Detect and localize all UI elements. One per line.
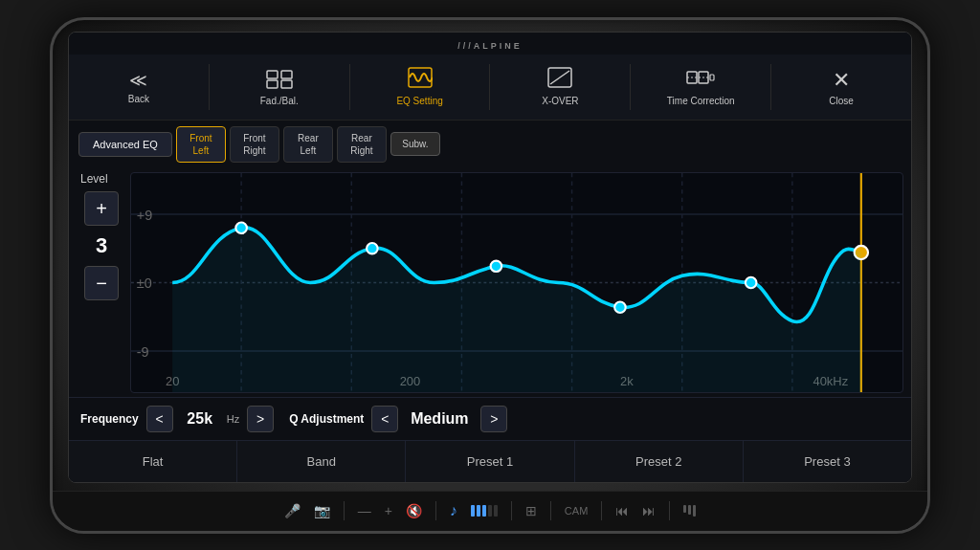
nav-x-over-label: X-OVER bbox=[542, 96, 578, 106]
eq-setting-icon bbox=[408, 67, 433, 93]
frequency-label: Frequency bbox=[80, 412, 139, 426]
nav-fad-bal[interactable]: Fad./Bal. bbox=[210, 58, 349, 116]
mic-icon[interactable]: 🎤 bbox=[284, 503, 301, 518]
fad-bal-icon bbox=[266, 68, 293, 93]
signal-bars bbox=[683, 505, 696, 517]
back-icon: ≪ bbox=[129, 70, 147, 91]
svg-text:+9: +9 bbox=[137, 207, 152, 222]
bottom-divider-5 bbox=[601, 501, 602, 520]
level-label: Level bbox=[80, 172, 108, 186]
cam2-icon[interactable]: CAM bbox=[565, 505, 588, 517]
svg-line-6 bbox=[550, 71, 569, 84]
speaker-tabs: Advanced EQ FrontLeft FrontRight RearLef… bbox=[69, 121, 911, 168]
grid-icon[interactable]: ⊞ bbox=[525, 503, 537, 518]
screen: ///ALPINE ≪ Back Fad./Bal. bbox=[68, 32, 912, 483]
bottom-divider-1 bbox=[344, 501, 345, 520]
bottom-divider-6 bbox=[669, 501, 670, 520]
eq-area: Level + 3 − bbox=[69, 168, 911, 397]
vol-up-icon[interactable]: + bbox=[385, 503, 392, 518]
frequency-value: 25k bbox=[181, 410, 219, 428]
x-over-icon bbox=[547, 67, 572, 93]
eq-chart-container[interactable]: +9 ±0 -9 20 200 2k 40kHz bbox=[130, 172, 903, 393]
svg-text:-9: -9 bbox=[137, 343, 149, 359]
top-nav: ≪ Back Fad./Bal. bbox=[69, 55, 911, 121]
svg-rect-3 bbox=[281, 80, 292, 88]
nav-close[interactable]: ✕ Close bbox=[771, 58, 911, 116]
preset-1[interactable]: Preset 1 bbox=[406, 441, 574, 482]
frequency-right-button[interactable]: > bbox=[247, 406, 274, 432]
nav-x-over[interactable]: X-OVER bbox=[490, 58, 630, 116]
level-value: 3 bbox=[96, 233, 107, 258]
q-left-button[interactable]: < bbox=[371, 406, 398, 432]
level-minus-button[interactable]: − bbox=[84, 266, 119, 300]
q-right-button[interactable]: > bbox=[480, 406, 507, 432]
cam-icon[interactable]: 📷 bbox=[314, 503, 330, 518]
svg-rect-9 bbox=[710, 75, 714, 80]
advanced-eq-button[interactable]: Advanced EQ bbox=[78, 132, 172, 157]
mute-icon[interactable]: 🔇 bbox=[406, 503, 422, 518]
brand-label: ///ALPINE bbox=[457, 41, 523, 51]
sig-bar-2 bbox=[688, 505, 691, 515]
preset-flat[interactable]: Flat bbox=[69, 441, 237, 482]
nav-time-correction[interactable]: Time Correction bbox=[631, 58, 770, 116]
frequency-left-button[interactable]: < bbox=[146, 406, 173, 432]
preset-bar: Flat Band Preset 1 Preset 2 Preset 3 bbox=[69, 440, 911, 482]
music-icon[interactable]: ♪ bbox=[450, 502, 457, 519]
level-plus-button[interactable]: + bbox=[84, 191, 119, 226]
nav-close-label: Close bbox=[829, 96, 854, 106]
nav-fad-bal-label: Fad./Bal. bbox=[260, 96, 299, 106]
q-adjustment-label: Q Adjustment bbox=[289, 412, 364, 426]
vol-seg-3 bbox=[482, 505, 486, 517]
preset-3[interactable]: Preset 3 bbox=[744, 441, 911, 482]
vol-seg-2 bbox=[477, 505, 480, 517]
preset-2[interactable]: Preset 2 bbox=[575, 441, 744, 482]
vol-seg-4 bbox=[488, 505, 492, 517]
vol-seg-1 bbox=[471, 505, 475, 517]
vol-seg-5 bbox=[494, 505, 498, 517]
tab-front-right[interactable]: FrontRight bbox=[230, 126, 279, 163]
tab-rear-right[interactable]: RearRight bbox=[337, 126, 387, 163]
tab-front-left[interactable]: FrontLeft bbox=[176, 126, 226, 163]
next-icon[interactable]: ⏭ bbox=[642, 503, 656, 518]
nav-eq-setting-label: EQ Setting bbox=[396, 96, 442, 106]
device-frame: ///ALPINE ≪ Back Fad./Bal. bbox=[50, 17, 930, 534]
sig-bar-3 bbox=[693, 505, 696, 517]
bottom-divider-4 bbox=[550, 501, 551, 520]
bottom-divider-3 bbox=[511, 501, 512, 520]
bottom-divider-2 bbox=[435, 501, 436, 520]
level-control: Level + 3 − bbox=[73, 172, 130, 393]
q-value: Medium bbox=[406, 410, 473, 428]
freq-bar: Frequency < 25k Hz > Q Adjustment < Medi… bbox=[69, 397, 911, 440]
bottom-bar: 🎤 📷 — + 🔇 ♪ ⊞ CAM ⏮ ⏭ bbox=[53, 491, 927, 531]
volume-bar bbox=[471, 505, 498, 517]
brand-bar: ///ALPINE bbox=[69, 33, 911, 55]
svg-text:±0: ±0 bbox=[137, 275, 152, 291]
svg-rect-1 bbox=[281, 71, 292, 78]
nav-back[interactable]: ≪ Back bbox=[69, 58, 209, 116]
tab-subw[interactable]: Subw. bbox=[390, 132, 440, 156]
close-icon: ✕ bbox=[833, 68, 850, 93]
svg-rect-0 bbox=[267, 71, 278, 78]
time-correction-icon bbox=[686, 67, 715, 93]
nav-time-correction-label: Time Correction bbox=[667, 96, 735, 106]
prev-icon[interactable]: ⏮ bbox=[615, 503, 629, 518]
eq-chart-svg: +9 ±0 -9 20 200 2k 40kHz bbox=[131, 173, 902, 392]
preset-band[interactable]: Band bbox=[237, 441, 406, 482]
vol-down-icon[interactable]: — bbox=[358, 503, 371, 518]
tab-rear-left[interactable]: RearLeft bbox=[283, 126, 333, 163]
sig-bar-1 bbox=[683, 505, 686, 513]
frequency-unit: Hz bbox=[227, 413, 239, 425]
nav-back-label: Back bbox=[128, 94, 149, 104]
nav-eq-setting[interactable]: EQ Setting bbox=[350, 58, 490, 116]
svg-rect-2 bbox=[267, 80, 278, 88]
